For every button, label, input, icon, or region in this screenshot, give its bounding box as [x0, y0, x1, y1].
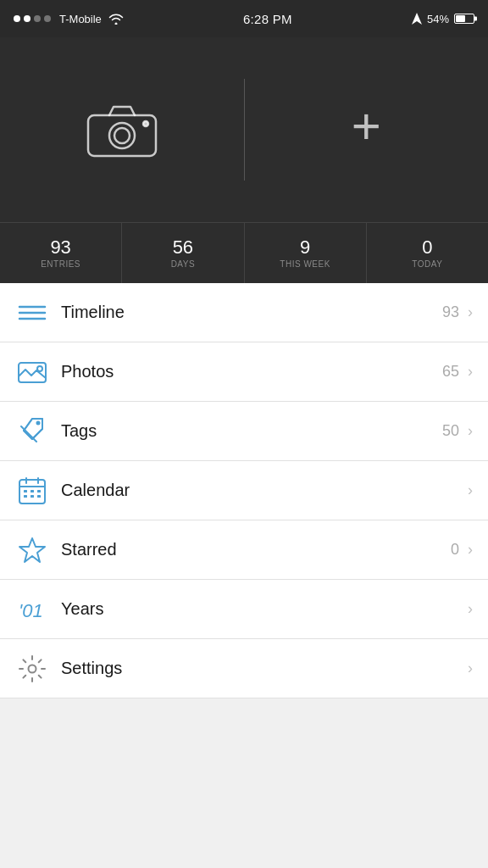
settings-icon — [15, 654, 49, 683]
stat-days: 56 DAYS — [122, 223, 244, 283]
svg-rect-16 — [37, 490, 41, 492]
years-chevron: › — [468, 600, 473, 618]
starred-icon — [15, 536, 49, 565]
svg-rect-18 — [30, 495, 34, 498]
timeline-count: 93 — [442, 303, 459, 321]
svg-point-3 — [143, 121, 148, 126]
menu-item-calendar[interactable]: Calendar › — [0, 461, 488, 520]
svg-point-8 — [37, 366, 42, 371]
tags-count: 50 — [442, 422, 459, 440]
camera-icon — [84, 100, 160, 159]
timeline-chevron: › — [468, 303, 473, 321]
battery-icon — [454, 14, 474, 24]
stat-this-week: 9 THIS WEEK — [245, 223, 367, 283]
svg-rect-14 — [24, 490, 27, 492]
menu-item-starred[interactable]: Starred 0 › — [0, 520, 488, 580]
battery-percent: 54% — [427, 13, 449, 25]
stat-today: 0 TODAY — [367, 223, 488, 283]
week-number: 9 — [300, 237, 310, 258]
days-number: 56 — [173, 237, 193, 258]
timeline-label: Timeline — [61, 303, 442, 322]
days-label: DAYS — [171, 259, 196, 269]
svg-point-1 — [109, 123, 135, 148]
svg-marker-20 — [19, 538, 45, 562]
clock: 6:28 PM — [243, 12, 292, 26]
years-icon: '01 — [15, 595, 49, 624]
svg-rect-19 — [37, 495, 41, 498]
tags-icon — [15, 417, 49, 446]
settings-label: Settings — [61, 659, 459, 678]
calendar-chevron: › — [468, 481, 473, 499]
signal-dot-2 — [24, 15, 30, 22]
photos-icon — [15, 359, 49, 385]
calendar-icon — [15, 476, 49, 505]
starred-count: 0 — [451, 541, 459, 559]
location-icon — [412, 13, 422, 25]
today-label: TODAY — [412, 259, 442, 269]
photos-count: 65 — [442, 363, 459, 381]
status-left: T-Mobile — [14, 13, 124, 25]
tags-chevron: › — [468, 422, 473, 440]
add-icon: + — [352, 101, 381, 152]
svg-text:'01: '01 — [19, 600, 43, 621]
stat-entries: 93 ENTRIES — [0, 223, 122, 283]
week-label: THIS WEEK — [280, 259, 330, 269]
timeline-icon — [15, 301, 49, 325]
status-bar: T-Mobile 6:28 PM 54% — [0, 0, 488, 37]
today-number: 0 — [422, 237, 432, 258]
stats-bar: 93 ENTRIES 56 DAYS 9 THIS WEEK 0 TODAY — [0, 222, 488, 283]
settings-chevron: › — [468, 659, 473, 677]
menu-item-photos[interactable]: Photos 65 › — [0, 342, 488, 402]
menu-list: Timeline 93 › Photos 65 › Tags 50 › — [0, 283, 488, 698]
photos-label: Photos — [61, 362, 442, 381]
signal-dot-1 — [14, 15, 20, 22]
camera-section[interactable] — [0, 100, 244, 159]
signal-dot-3 — [34, 15, 41, 22]
calendar-label: Calendar — [61, 481, 459, 500]
photos-chevron: › — [468, 363, 473, 381]
svg-rect-17 — [24, 495, 27, 498]
starred-chevron: › — [468, 541, 473, 559]
menu-item-years[interactable]: '01 Years › — [0, 580, 488, 639]
starred-label: Starred — [61, 540, 451, 559]
header-icons-row: + — [0, 37, 488, 222]
svg-point-9 — [36, 420, 41, 425]
menu-item-settings[interactable]: Settings › — [0, 639, 488, 698]
header-area: + 93 ENTRIES 56 DAYS 9 THIS WEEK 0 TODAY — [0, 37, 488, 283]
entries-number: 93 — [50, 237, 70, 258]
entries-label: ENTRIES — [41, 259, 80, 269]
add-section[interactable]: + — [245, 108, 489, 152]
menu-item-timeline[interactable]: Timeline 93 › — [0, 283, 488, 342]
svg-point-2 — [114, 128, 130, 143]
years-label: Years — [61, 599, 459, 619]
wifi-icon — [108, 13, 124, 25]
svg-rect-15 — [30, 490, 34, 492]
menu-item-tags[interactable]: Tags 50 › — [0, 402, 488, 461]
signal-dot-4 — [44, 15, 51, 22]
carrier-label: T-Mobile — [59, 13, 102, 25]
status-right: 54% — [412, 13, 474, 25]
tags-label: Tags — [61, 421, 442, 441]
svg-point-22 — [29, 665, 36, 672]
